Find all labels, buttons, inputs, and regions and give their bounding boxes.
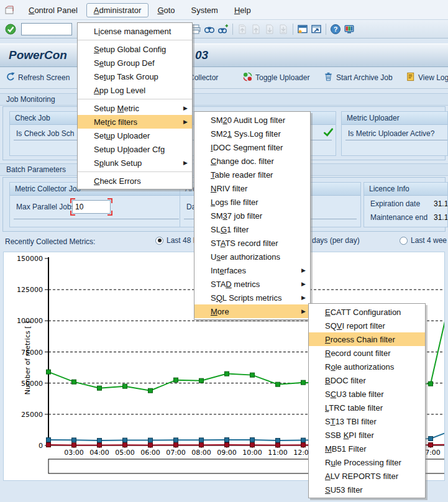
max-parallel-jobs-input[interactable] [72,200,111,214]
menu-item-setup-global-config[interactable]: Setup Global Config [78,42,192,56]
menubar-item-system[interactable]: System [184,3,226,17]
view-log-button[interactable]: View Log [405,70,448,85]
menubar-item-goto[interactable]: Goto [150,3,182,17]
radio-label: 7 days (per day) [306,236,360,245]
new-session-icon[interactable] [296,23,309,35]
menu-item-label: ECATT Configuration [325,308,401,317]
page-up-icon[interactable] [249,23,263,35]
submenu-arrow-icon: ▶ [183,105,188,111]
radio-option-last-48-h[interactable]: Last 48 h [155,236,197,245]
menu-item-label: SU53 filter [325,485,363,495]
section-title: Job Monitoring [6,95,55,104]
menu-item-ltrc-table-filter[interactable]: LTRC table filter [309,401,425,414]
submenu-arrow-icon: ▶ [301,308,306,314]
submenu-arrow-icon: ▶ [183,119,188,125]
menubar-item-control-panel[interactable]: Control Panel [21,3,85,17]
menu-item-ecatt-configuration[interactable]: ECATT Configuration [309,305,425,319]
menu-item-idoc-segment-filter[interactable]: IDOC Segment filter [194,140,310,154]
menu-item-app-log-level[interactable]: App Log Level [78,83,192,97]
menu-item-setup-metric[interactable]: Setup Metric▶ [78,101,192,115]
menu-item-logs-file-filter[interactable]: Logs file filter [194,195,310,209]
svg-text:08:00: 08:00 [191,449,211,457]
menu-item-stats-record-filter[interactable]: STATS record filter [194,236,310,250]
menu-item-setup-group-def[interactable]: Setup Group Def [78,56,192,70]
command-field[interactable] [21,23,72,35]
menu-item-user-authorizations[interactable]: User authorizations [194,250,310,263]
menu-item-nriv-filter[interactable]: NRIV filter [194,181,310,195]
menu-item-bdoc-filter[interactable]: BDOC filter [309,373,425,387]
menu-item-mb51-filter[interactable]: MB51 Filter [309,442,425,455]
trash-icon [323,71,334,84]
menu-item-sm21-sys-log-filter[interactable]: SM21 Sys.Log filter [194,127,310,140]
licence-info-group: Licence Info Expiration date 31.12 Maint… [363,182,448,227]
menu-item-metric-filters[interactable]: Metric filters▶ [78,115,192,129]
menu-item-role-authorizations[interactable]: Role authorizations [309,360,425,373]
menu-item-label: BDOC filter [325,376,366,385]
menu-item-process-chain-filter[interactable]: Process Chain filter [309,332,425,346]
svg-text:07:00: 07:00 [166,449,186,457]
menubar-item-administrator[interactable]: Administrator [86,3,149,17]
menu-item-setup-uploader[interactable]: Setup Uploader [78,129,192,142]
menu-item-setup-task-group[interactable]: Setup Task Group [78,70,192,83]
menu-item-sql-scripts-metrics[interactable]: SQL Scripts metrics▶ [194,291,310,304]
metric-uploader-header: Metric Uploader [342,112,447,125]
radio-button[interactable] [400,237,408,245]
menu-item-splunk-setup[interactable]: Splunk Setup▶ [78,156,192,170]
create-shortcut-icon[interactable] [309,23,323,35]
refresh-screen-button[interactable]: Refresh Screen [5,70,70,85]
menu-item-scu3-table-filter[interactable]: SCU3 table filter [309,387,425,401]
menu-item-setup-uploader-cfg[interactable]: Setup Uploader Cfg [78,142,192,156]
toolbar-separator [232,24,233,35]
dropdown-menu-metric-filters: SM20 Audit Log filterSM21 Sys.Log filter… [194,111,311,320]
submenu-arrow-icon: ▶ [301,294,306,301]
menu-item-label: App Log Level [94,86,145,95]
start-archive-job-button[interactable]: Start Archive Job [323,70,393,85]
check-job-status-ok-icon [323,127,334,140]
menu-item-record-count-filter[interactable]: Record count filter [309,346,425,360]
radio-button[interactable] [155,237,163,245]
system-menu-icon[interactable] [4,4,16,16]
menu-item-more[interactable]: More▶ [194,304,310,318]
page-down-icon[interactable] [263,23,277,35]
menu-item-license-management[interactable]: License management [78,24,192,38]
menu-item-label: SM37 job filter [211,211,262,221]
metrics-period-label: Recently Collected Metrics: [5,237,95,246]
last-page-icon[interactable] [277,23,290,35]
menu-item-check-errors[interactable]: Check Errors [78,174,192,188]
first-page-icon[interactable] [235,23,249,35]
menu-item-change-doc-filter[interactable]: Change doc. filter [194,154,310,168]
menu-item-table-reader-filter[interactable]: Table reader filter [194,168,310,181]
menu-item-label: Record count filter [325,349,391,358]
radio-option-last-4-wee[interactable]: Last 4 wee [400,236,447,245]
page-title-fragment: 03 [195,48,208,62]
menu-item-sm20-audit-log-filter[interactable]: SM20 Audit Log filter [194,113,310,127]
toggle-icon [242,71,253,84]
section-job-monitoring[interactable]: Job Monitoring [0,93,448,106]
menu-item-alv-reports-filter[interactable]: ALV REPORTS filter [309,469,425,483]
customize-layout-icon[interactable] [342,23,356,35]
menu-item-label: Setup Metric [94,104,139,113]
menu-item-sm37-job-filter[interactable]: SM37 job filter [194,209,310,222]
toggle-uploader-button[interactable]: Toggle Uploader [242,70,309,85]
menu-item-rule-processing-filter[interactable]: Rule Processing filter [309,455,425,469]
menu-item-label: Setup Global Config [94,45,166,54]
menu-item-label: Role authorizations [325,362,394,372]
menu-item-sqvi-report-filter[interactable]: SQVI report filter [309,319,425,332]
menu-item-interfaces[interactable]: Interfaces▶ [194,263,310,277]
menu-item-su53-filter[interactable]: SU53 filter [309,483,425,496]
button-label: Collector [189,73,218,82]
menu-item-slg1-filter[interactable]: SLG1 filter [194,222,310,236]
menu-item-st13-tbi-filter[interactable]: ST13 TBI filter [309,414,425,428]
find-next-icon[interactable] [216,23,230,35]
svg-text:05:00: 05:00 [115,449,135,457]
menu-item-stad-metrics[interactable]: STAD metrics▶ [194,277,310,291]
menu-item-label: Check Errors [94,176,141,186]
collector-button[interactable]: Collector [189,70,218,85]
find-icon[interactable] [203,23,216,35]
menu-item-ssb-kpi-filter[interactable]: SSB KPI filter [309,428,425,442]
help-icon[interactable]: ? [329,23,342,35]
menu-item-label: User authorizations [211,252,280,262]
menu-item-label: SSB KPI filter [325,431,374,440]
enter-button[interactable] [4,23,17,35]
menubar-item-help[interactable]: Help [227,3,258,17]
